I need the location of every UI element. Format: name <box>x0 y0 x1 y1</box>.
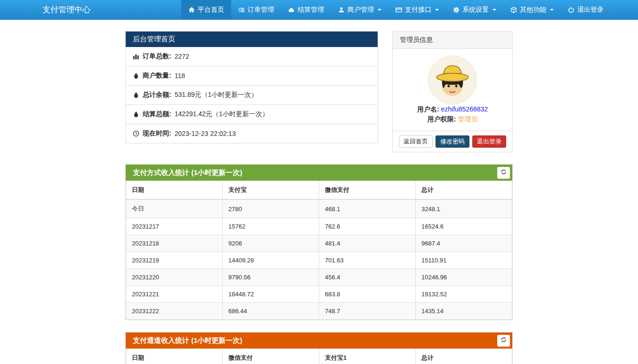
table-header-row: 日期微信支付支付宝1总计 <box>126 349 512 364</box>
navbar-item-label: 退出登录 <box>577 6 604 14</box>
caret-down-icon <box>435 9 439 11</box>
table-cell: 15110.91 <box>416 252 512 269</box>
admin-action-button[interactable]: 返回首页 <box>399 135 433 148</box>
navbar-menu: 平台首页 订单管理 结算管理 商户管理 支付接口 系统设置 其他功能 退出登录 <box>181 0 611 19</box>
cloud-icon <box>288 7 295 13</box>
column-header: 总计 <box>416 349 512 364</box>
column-header: 日期 <box>126 349 223 364</box>
payment-channel-title: 支付通道收入统计 (1小时更新一次) <box>133 336 242 345</box>
stat-label: 商户数量: <box>143 71 171 80</box>
stat-value: 2272 <box>175 53 189 60</box>
admin-avatar <box>428 55 477 104</box>
home-icon <box>188 7 195 13</box>
navbar-item-label: 结算管理 <box>298 6 324 14</box>
dashboard-stats-panel: 后台管理首页 订单总数: 2272 商户数量: 118 总计余额: 531.89… <box>125 31 378 143</box>
navbar-item-label: 平台首页 <box>198 6 224 14</box>
stat-row: 订单总数: 2272 <box>126 47 378 66</box>
stat-row: 商户数量: 118 <box>126 66 378 85</box>
navbar-item-label: 系统设置 <box>462 6 489 14</box>
navbar-item[interactable]: 其他功能 <box>503 0 561 19</box>
table-cell: 20231218 <box>126 235 223 252</box>
power-icon <box>568 7 574 13</box>
table-cell: 10246.96 <box>416 269 512 286</box>
navbar-item-label: 商户管理 <box>347 6 374 14</box>
top-navbar: 支付管理中心 平台首页 订单管理 结算管理 商户管理 支付接口 系统设置 其他功… <box>0 0 638 20</box>
role-row: 用户权限: 管理员 <box>397 114 508 124</box>
payment-channel-table: 日期微信支付支付宝1总计 <box>126 348 512 364</box>
role-value: 管理员 <box>458 115 477 123</box>
username-row: 用户名: ezhifu85268832 <box>397 104 508 114</box>
admin-panel-footer: 返回首页修改密码退出登录 <box>393 131 512 152</box>
payment-method-title: 支付方式收入统计 (1小时更新一次) <box>133 168 242 177</box>
column-header: 日期 <box>126 181 223 200</box>
table-cell: 15762 <box>223 218 319 235</box>
table-cell: 20231219 <box>126 252 223 269</box>
gear-icon <box>453 7 460 13</box>
admin-panel-title: 管理员信息 <box>393 32 512 49</box>
navbar-item[interactable]: 系统设置 <box>446 0 503 19</box>
table-cell: 456.4 <box>319 269 416 286</box>
navbar-item[interactable]: 结算管理 <box>281 0 331 19</box>
caret-down-icon <box>378 9 381 11</box>
table-cell: 9790.56 <box>223 269 319 286</box>
table-cell: 9687.4 <box>416 235 512 252</box>
table-row: 202312209790.56456.410246.96 <box>126 269 512 286</box>
column-header: 微信支付 <box>319 181 416 200</box>
list-icon <box>238 7 245 13</box>
payment-method-table: 日期支付宝微信支付总计 今日2780468.13248.120231217157… <box>126 181 512 320</box>
payment-method-stats-panel: 支付方式收入统计 (1小时更新一次) 日期支付宝微信支付总计 今日2780468… <box>125 164 513 320</box>
main-content: 后台管理首页 订单总数: 2272 商户数量: 118 总计余额: 531.89… <box>125 31 513 364</box>
refresh-icon <box>501 169 507 176</box>
table-cell: 今日 <box>126 199 223 218</box>
stat-label: 总计余额: <box>143 91 171 99</box>
stat-row: 结算总额: 142291.42元（1小时更新一次） <box>126 104 378 124</box>
table-cell: 9206 <box>223 235 319 252</box>
table-cell: 14409.28 <box>223 252 319 269</box>
navbar-item[interactable]: 订单管理 <box>231 0 281 19</box>
table-cell: 1435.14 <box>416 303 512 320</box>
table-row: 2023121914409.28701.6315110.91 <box>126 252 512 269</box>
navbar-item[interactable]: 退出登录 <box>561 0 611 19</box>
table-row: 20231222686.44748.71435.14 <box>126 303 512 320</box>
table-cell: 16524.6 <box>416 218 512 235</box>
admin-info-panel: 管理员信息 用户名: ezhifu85268832 用户权限: 管理员 返回首页… <box>392 31 513 152</box>
navbar-item-label: 支付接口 <box>405 6 431 14</box>
table-row: 2023122118448.72683.819132.52 <box>126 286 512 303</box>
column-header: 支付宝1 <box>319 349 416 364</box>
table-cell: 18448.72 <box>223 286 319 303</box>
navbar-item[interactable]: 支付接口 <box>388 0 446 19</box>
table-cell: 481.4 <box>319 235 416 252</box>
table-cell: 20231217 <box>126 218 223 235</box>
table-row: 202312189206481.49687.4 <box>126 235 512 252</box>
credit-card-icon <box>396 7 402 13</box>
admin-action-button[interactable]: 修改密码 <box>436 135 469 148</box>
table-cell: 3248.1 <box>416 199 512 218</box>
refresh-icon <box>501 337 507 344</box>
payment-method-titlebar: 支付方式收入统计 (1小时更新一次) <box>126 165 512 181</box>
stat-label: 结算总额: <box>143 110 171 119</box>
navbar-item[interactable]: 商户管理 <box>331 0 388 19</box>
droplet-icon <box>133 92 139 98</box>
navbar-item[interactable]: 平台首页 <box>181 0 231 19</box>
admin-action-button[interactable]: 退出登录 <box>472 135 506 148</box>
column-header: 微信支付 <box>223 349 319 364</box>
stat-value: 2023-12-23 22:02:13 <box>175 130 236 137</box>
clock-icon <box>133 130 139 137</box>
navbar-item-label: 其他功能 <box>520 6 546 14</box>
refresh-button[interactable] <box>497 167 510 179</box>
cube-icon <box>510 7 517 13</box>
refresh-button[interactable] <box>497 335 510 347</box>
stats-list: 订单总数: 2272 商户数量: 118 总计余额: 531.89元（1小时更新… <box>126 47 378 143</box>
table-row: 2023121715762762.616524.6 <box>126 218 512 235</box>
table-cell: 748.7 <box>319 303 416 320</box>
caret-down-icon <box>493 9 496 11</box>
dashboard-panel-title: 后台管理首页 <box>126 32 378 47</box>
stat-value: 142291.42元（1小时更新一次） <box>175 110 269 119</box>
table-header-row: 日期支付宝微信支付总计 <box>126 181 512 200</box>
stat-value: 118 <box>175 72 185 79</box>
table-cell: 20231221 <box>126 286 223 303</box>
app-title[interactable]: 支付管理中心 <box>0 0 125 19</box>
table-cell: 762.6 <box>319 218 416 235</box>
stat-label: 订单总数: <box>143 52 171 61</box>
column-header: 总计 <box>416 181 512 200</box>
